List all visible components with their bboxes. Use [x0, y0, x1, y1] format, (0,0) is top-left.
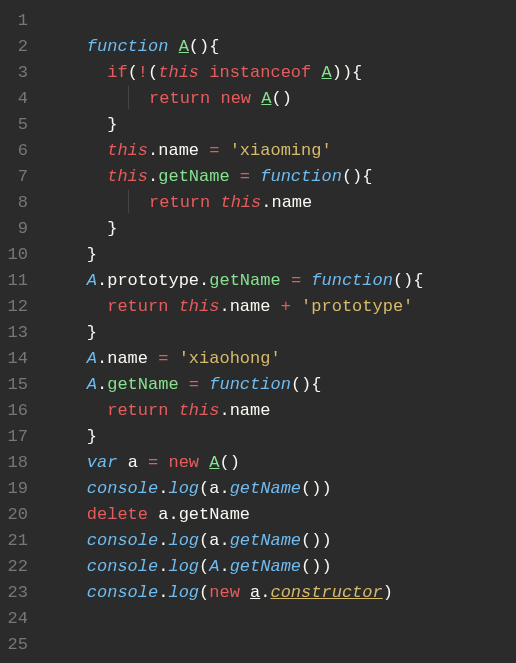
line-number: 5 — [0, 112, 28, 138]
code-line: } — [46, 424, 424, 450]
code-token — [240, 583, 250, 602]
code-token: . — [158, 583, 168, 602]
code-token: A — [209, 453, 219, 472]
code-token: . — [219, 401, 229, 420]
code-token — [199, 453, 209, 472]
line-number: 14 — [0, 346, 28, 372]
code-token: = — [240, 167, 250, 186]
code-token: return — [149, 193, 210, 212]
code-token: } — [107, 219, 117, 238]
line-number: 15 — [0, 372, 28, 398]
code-token — [128, 86, 139, 109]
line-number: 3 — [0, 60, 28, 86]
code-token: ) — [383, 583, 393, 602]
code-token: = — [189, 375, 199, 394]
code-token — [148, 505, 158, 524]
code-token: + — [281, 297, 291, 316]
code-token: var — [87, 453, 118, 472]
code-token: name — [230, 401, 271, 420]
code-token: . — [199, 271, 209, 290]
code-token: (){ — [189, 37, 220, 56]
code-token: constructor — [270, 583, 382, 602]
code-token: A — [179, 37, 189, 56]
code-token: prototype — [107, 271, 199, 290]
code-token: function — [209, 375, 291, 394]
code-line: } — [46, 320, 424, 346]
code-token — [291, 297, 301, 316]
code-line: function A(){ — [46, 34, 424, 60]
code-token — [148, 349, 158, 368]
code-token: = — [209, 141, 219, 160]
code-token: A — [321, 63, 331, 82]
code-token: . — [261, 193, 271, 212]
code-token: . — [148, 167, 158, 186]
code-token: (){ — [393, 271, 424, 290]
code-token: . — [148, 141, 158, 160]
code-line: return this.name — [46, 398, 424, 424]
code-token: . — [158, 557, 168, 576]
code-token: this — [158, 63, 199, 82]
code-token — [158, 453, 168, 472]
code-token: . — [219, 297, 229, 316]
code-token: delete — [87, 505, 148, 524]
code-token — [250, 167, 260, 186]
code-token: . — [158, 479, 168, 498]
code-token: function — [87, 37, 169, 56]
code-token: ()) — [301, 557, 332, 576]
code-token: 'xiaoming' — [230, 141, 332, 160]
code-token: getName — [209, 271, 280, 290]
code-token: new — [209, 583, 240, 602]
code-token: console — [87, 479, 158, 498]
line-number: 13 — [0, 320, 28, 346]
code-token: getName — [179, 505, 250, 524]
code-token — [139, 193, 149, 212]
code-line: var a = new A() — [46, 450, 424, 476]
code-line: return this.name — [46, 190, 424, 216]
code-area[interactable]: function A(){ if(!(this instanceof A)){ … — [36, 0, 424, 663]
code-token: . — [97, 349, 107, 368]
code-token: console — [87, 531, 158, 550]
line-number: 17 — [0, 424, 28, 450]
code-token: A — [87, 271, 97, 290]
code-token: . — [97, 375, 107, 394]
line-gutter: 1234567891011121314151617181920212223242… — [0, 0, 36, 663]
code-token: . — [260, 583, 270, 602]
line-number: 12 — [0, 294, 28, 320]
line-number: 7 — [0, 164, 28, 190]
code-token: log — [168, 557, 199, 576]
code-token: name — [107, 349, 148, 368]
line-number: 18 — [0, 450, 28, 476]
code-editor: 1234567891011121314151617181920212223242… — [0, 0, 516, 663]
code-token: )){ — [332, 63, 363, 82]
code-line — [46, 606, 424, 632]
code-token — [251, 89, 261, 108]
code-token: a — [250, 583, 260, 602]
code-token: A — [261, 89, 271, 108]
code-line: if(!(this instanceof A)){ — [46, 60, 424, 86]
code-token: . — [158, 531, 168, 550]
line-number: 23 — [0, 580, 28, 606]
code-token: name — [271, 193, 312, 212]
code-line: } — [46, 112, 424, 138]
code-token — [230, 167, 240, 186]
code-token: log — [168, 479, 199, 498]
code-token: ( — [128, 63, 138, 82]
code-line: } — [46, 216, 424, 242]
line-number: 4 — [0, 86, 28, 112]
code-line — [46, 632, 424, 658]
line-number: 9 — [0, 216, 28, 242]
code-token: getName — [107, 375, 178, 394]
code-token — [117, 453, 127, 472]
code-token: a — [209, 531, 219, 550]
code-line: console.log(a.getName()) — [46, 476, 424, 502]
code-token — [128, 190, 139, 213]
line-number: 22 — [0, 554, 28, 580]
code-token: this — [107, 141, 148, 160]
code-line: A.getName = function(){ — [46, 372, 424, 398]
code-token — [210, 193, 220, 212]
code-token — [139, 89, 149, 108]
code-token: getName — [230, 557, 301, 576]
code-token: this — [107, 167, 148, 186]
code-token: name — [158, 141, 199, 160]
line-number: 16 — [0, 398, 28, 424]
